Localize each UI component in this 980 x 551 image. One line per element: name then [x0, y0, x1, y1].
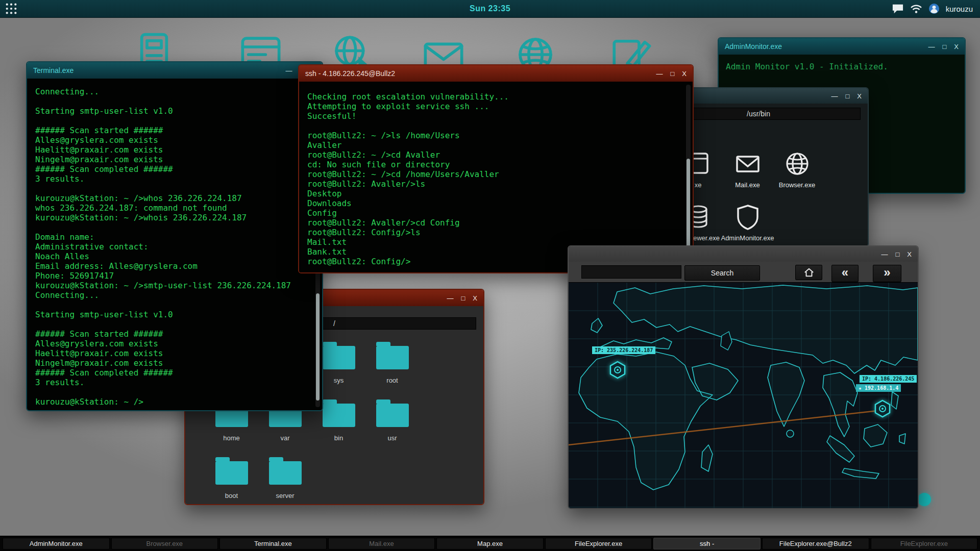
taskbar-item[interactable]: Terminal.exe [219, 538, 327, 549]
folder-item[interactable]: server [258, 454, 312, 504]
ssh-titlebar[interactable]: ssh - 4.186.226.245@Bullz2 — □ X [299, 65, 693, 82]
terminal-line: Haelitt@praxair.com exists [35, 348, 314, 358]
folder-label: bin [312, 434, 365, 442]
status-dot[interactable] [918, 493, 931, 506]
chat-icon[interactable] [892, 3, 904, 14]
maximize-button[interactable]: □ [670, 70, 674, 77]
map-titlebar[interactable]: — □ X [569, 246, 918, 262]
close-button[interactable]: X [857, 93, 862, 99]
terminal-line: root@Bullz2: ~ />cd /home/Users/Avaller [307, 169, 684, 179]
terminal-scrollbar-thumb[interactable] [316, 293, 320, 401]
taskbar-item[interactable]: ssh - [653, 538, 761, 549]
taskbar-item[interactable]: Mail.exe [328, 538, 435, 549]
folder-item[interactable]: root [365, 339, 419, 396]
terminal-line: kurouzu@kStation: ~ /> [35, 397, 314, 407]
maximize-button[interactable]: □ [461, 295, 465, 302]
map-view[interactable]: IP: 235.226.224.187 IP: 4.186.226.245 ★ … [569, 282, 918, 508]
taskbar-item[interactable]: AdminMonitor.exe [3, 538, 110, 549]
window-title: AdminMonitor.exe [725, 42, 782, 51]
file-item[interactable]: Mail.exe [723, 151, 772, 204]
terminal-line: 3 results. [35, 378, 314, 387]
close-button[interactable]: X [473, 295, 477, 302]
terminal-line: Email address: Alles@gryslera.com [35, 261, 314, 271]
map-lan-label[interactable]: ★ 192.168.1.4 [856, 384, 901, 392]
terminal-line: Desktop [307, 189, 684, 198]
map-ip-label[interactable]: IP: 235.226.224.187 [592, 346, 655, 354]
minimize-button[interactable]: — [831, 93, 838, 99]
map-search-input[interactable] [581, 265, 681, 279]
map-window: — □ X Search « » [568, 245, 919, 509]
terminal-line: Starting smtp-user-list v1.0 [35, 310, 314, 319]
terminal-line [35, 319, 314, 329]
map-node-marker[interactable] [608, 361, 627, 379]
terminal-line: Checking root escalation vulnerability..… [307, 92, 684, 102]
terminal-line: ###### Scan started ###### [35, 126, 314, 135]
close-button[interactable]: X [954, 43, 959, 50]
terminal-window: Terminal.exe — □ X Connecting...Starting… [26, 61, 323, 411]
minimize-button[interactable]: — [928, 43, 935, 50]
taskbar-item[interactable]: FileExplorer.exe@Bullz2 [762, 538, 869, 549]
wifi-icon[interactable] [910, 4, 922, 14]
taskbar-item[interactable]: FileExplorer.exe [545, 538, 652, 549]
map-back-button[interactable]: « [831, 265, 859, 282]
clock: Sun 23:35 [0, 4, 980, 13]
terminal-line [35, 116, 314, 126]
username-label: kurouzu [946, 5, 973, 13]
map-toolbar: Search « » [569, 262, 918, 282]
ssh-scrollbar[interactable] [686, 85, 691, 269]
taskbar-item[interactable]: Map.exe [436, 538, 544, 549]
close-button[interactable]: X [682, 70, 687, 77]
taskbar: AdminMonitor.exeBrowser.exeTerminal.exeM… [0, 536, 980, 551]
terminal-line [35, 222, 314, 232]
maximize-button[interactable]: □ [942, 43, 946, 50]
file-item[interactable]: AdminMonitor.exe [723, 204, 772, 246]
minimize-button[interactable]: — [285, 67, 292, 74]
terminal-line: Noach Alles [35, 252, 314, 261]
terminal-line: root@Bullz2: ~ />cd Avaller [307, 150, 684, 160]
terminal-line: Downloads [307, 198, 684, 208]
shield-icon [734, 204, 761, 230]
terminal-line: Ningelm@praxair.com exists [35, 358, 314, 368]
ssh-window: ssh - 4.186.226.245@Bullz2 — □ X Checkin… [298, 64, 694, 273]
map-search-button[interactable]: Search [684, 265, 760, 281]
terminal-line: Config [307, 208, 684, 218]
close-button[interactable]: X [907, 251, 912, 258]
terminal-line: Alles@gryslera.com exists [35, 135, 314, 145]
terminal-line: ###### Scan started ###### [35, 329, 314, 339]
folder-label: var [258, 434, 312, 442]
user-avatar-icon[interactable] [928, 3, 940, 14]
admin-monitor-titlebar[interactable]: AdminMonitor.exe — □ X [719, 38, 965, 55]
terminal-line: root@Bullz2: Avaller/>cd Config [307, 218, 684, 228]
minimize-button[interactable]: — [656, 70, 663, 77]
terminal-line: ###### Scan completed ###### [35, 368, 314, 378]
browser-file-icon [784, 151, 811, 177]
folder-label: server [258, 492, 312, 499]
terminal-line: kurouzu@kStation: ~ />whois 236.226.224.… [35, 213, 314, 222]
file-label: Browser.exe [779, 181, 816, 189]
map-node-marker[interactable] [873, 399, 892, 418]
file-item[interactable]: Browser.exe [772, 151, 822, 204]
folder-label: usr [365, 434, 419, 442]
maximize-button[interactable]: □ [895, 251, 899, 258]
terminal-output[interactable]: Connecting...Starting smtp-user-list v1.… [27, 79, 322, 410]
terminal-line: whos 236.226.224.187: command not found [35, 203, 314, 213]
terminal-line: Haelitt@praxair.com exists [35, 145, 314, 155]
terminal-titlebar[interactable]: Terminal.exe — □ X [27, 62, 322, 79]
folder-item[interactable]: boot [205, 454, 258, 504]
terminal-line [35, 387, 314, 397]
folder-icon [376, 346, 409, 369]
taskbar-item[interactable]: Browser.exe [111, 538, 218, 549]
map-forward-button[interactable]: » [873, 265, 901, 282]
ssh-output[interactable]: Checking root escalation vulnerability..… [299, 82, 693, 272]
top-bar: Sun 23:35 kurouzu [0, 0, 980, 18]
minimize-button[interactable]: — [881, 251, 888, 258]
terminal-line [35, 300, 314, 310]
minimize-button[interactable]: — [447, 295, 453, 302]
folder-item[interactable]: usr [365, 396, 419, 454]
admin-monitor-status-line: Admin Monitor v1.0 - Initialized. [726, 62, 958, 71]
terminal-line: Avaller [307, 140, 684, 150]
taskbar-item[interactable]: FileExplorer.exe [871, 538, 978, 549]
maximize-button[interactable]: □ [845, 93, 849, 99]
map-ip-label[interactable]: IP: 4.186.226.245 [860, 375, 917, 383]
map-home-button[interactable] [795, 265, 822, 280]
